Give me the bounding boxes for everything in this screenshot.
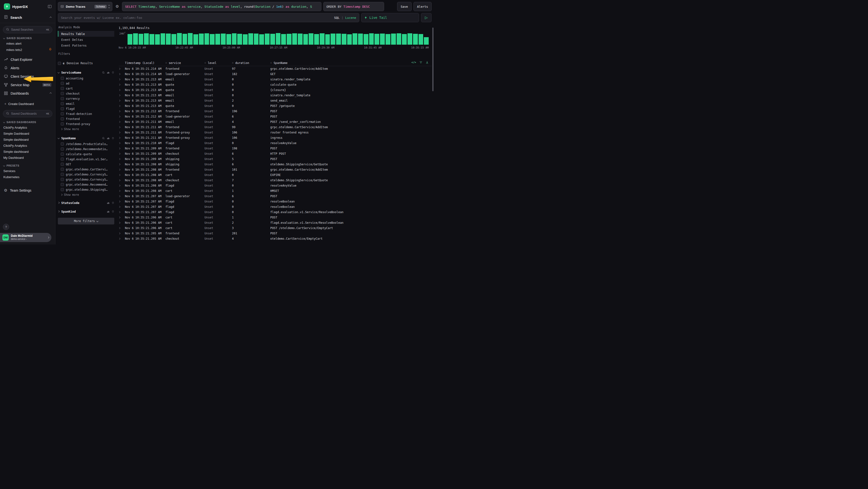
checkbox[interactable] [61,188,64,191]
table-row[interactable]: Nov 6 10:35:21.207 AM load-generator Uns… [119,194,432,199]
facet-value-row[interactable]: grpc.oteldemo.CartServi… [58,167,114,172]
checkbox[interactable] [61,117,64,120]
sidebar-dashboard-item[interactable]: Simple dashboard [0,149,55,155]
save-button[interactable]: Save [397,2,411,11]
checkbox[interactable] [61,87,64,90]
expand-row-icon[interactable] [118,68,120,70]
facet-spankind[interactable]: SpanKind [58,208,114,215]
histogram-bar[interactable] [144,33,149,45]
facet-value-row[interactable]: fraud-detection [58,111,114,116]
checkbox[interactable] [61,112,64,115]
facet-value-row[interactable]: flagd [58,106,114,111]
facet-value-row[interactable]: GET [58,162,114,167]
expand-row-icon[interactable] [118,169,120,171]
expand-row-icon[interactable] [118,206,120,208]
sidebar-item-chart-explorer[interactable]: Chart Explorer [0,55,55,64]
table-row[interactable]: Nov 6 10:35:21.210 AM flagd Unset 0 reso… [119,141,432,146]
histogram-bar[interactable] [150,34,154,45]
code-view-icon[interactable]: </> [411,61,416,64]
checkbox[interactable] [61,82,64,85]
checkbox[interactable] [61,152,64,156]
expand-row-icon[interactable] [118,222,120,224]
saved-searches-group-label[interactable]: SAVED SEARCHES [3,37,55,39]
saved-dashboards-field[interactable] [11,112,44,115]
language-lucene[interactable]: Lucene [345,16,356,20]
expand-row-icon[interactable] [118,84,120,86]
expand-row-icon[interactable] [118,132,120,134]
table-row[interactable]: Nov 6 10:35:21.214 AM load-generator Uns… [119,71,432,77]
expand-row-icon[interactable] [118,153,120,155]
table-row[interactable]: Nov 6 10:35:21.207 AM flagd Unset 0 flag… [119,209,432,215]
expand-row-icon[interactable] [118,94,120,96]
expand-row-icon[interactable] [118,158,120,160]
histogram-bar[interactable] [364,34,368,45]
table-row[interactable]: Nov 6 10:35:21.208 AM flagd Unset 0 reso… [119,183,432,188]
histogram-bar[interactable] [226,34,231,45]
sidebar-preset-item[interactable]: Kubernetes [0,174,55,180]
table-row[interactable]: Nov 6 10:35:21.206 AM cart Unset 1 POST [119,215,432,220]
facet-value-row[interactable]: /oteldemo.ProductCatalo… [58,141,114,146]
checkbox[interactable] [61,147,64,151]
histogram-bar[interactable] [413,34,418,45]
expand-row-icon[interactable] [118,147,120,149]
table-row[interactable]: Nov 6 10:35:21.209 AM frontend Unset 198… [119,146,432,151]
column-settings-icon[interactable] [419,61,423,64]
facet-value-row[interactable]: frontend [58,116,114,121]
histogram-bar[interactable] [215,34,220,45]
order-by-editor[interactable]: ORDER BY Timestamp DESC [323,2,384,11]
table-row[interactable]: Nov 6 10:35:21.208 AM shipping Unset 6 o… [119,162,432,167]
pin-icon[interactable] [112,71,114,74]
alerts-button[interactable]: Alerts [413,2,432,11]
table-row[interactable]: Nov 6 10:35:21.206 AM cart Unset 2 flagd… [119,220,432,225]
checkbox[interactable] [61,168,64,171]
scrollbar-thumb[interactable] [432,28,434,91]
histogram-bar[interactable] [309,33,313,45]
expand-row-icon[interactable] [118,238,120,240]
histogram-bar[interactable] [352,33,357,45]
expand-row-icon[interactable] [118,185,120,186]
sidebar-collapse-icon[interactable] [48,4,52,9]
table-row[interactable]: Nov 6 10:35:21.205 AM frontend Unset 201… [119,231,432,236]
create-dashboard-button[interactable]: + Create Dashboard [0,100,55,107]
expand-row-icon[interactable] [118,142,120,144]
table-row[interactable]: Nov 6 10:35:21.213 AM quote Unset 0 POST… [119,103,432,109]
event-search-box[interactable]: SQL | Lucene [58,13,359,22]
histogram-bar[interactable] [166,33,171,45]
sidebar-dashboard-item[interactable]: Simple dashboard [0,137,55,143]
saved-dashboards-input[interactable]: ⌘K [3,110,52,117]
bar-chart-icon[interactable] [107,210,110,213]
denoise-results-toggle[interactable]: ◐ Denoise Results [58,60,114,66]
play-button[interactable]: ▷ [421,13,432,22]
drag-handle-icon[interactable]: ∷ [232,61,234,64]
presets-group-label[interactable]: PRESETS [3,164,55,167]
table-row[interactable]: Nov 6 10:35:21.207 AM flagd Unset 0 reso… [119,199,432,204]
expand-row-icon[interactable] [118,190,120,192]
histogram-bar[interactable] [128,34,132,45]
facet-header[interactable]: ServiceName [58,69,114,76]
table-row[interactable]: Nov 6 10:35:21.213 AM quote Unset 0 {clo… [119,87,432,93]
download-icon[interactable] [426,61,429,64]
histogram-bar[interactable] [298,33,303,45]
facet-value-row[interactable]: calculate-quote [58,151,114,156]
expand-row-icon[interactable] [118,164,120,165]
histogram-bar[interactable] [193,34,198,45]
table-row[interactable]: Nov 6 10:35:21.206 AM cart Unset 3 POST … [119,225,432,231]
sidebar-dashboard-item[interactable]: ClickPy Analytics [0,124,55,131]
checkbox[interactable] [61,77,64,80]
histogram-bar[interactable] [232,33,237,45]
histogram-bar[interactable] [303,34,308,45]
histogram-bar[interactable] [336,33,341,45]
facet-value-row[interactable]: /oteldemo.Recommendatio… [58,146,114,151]
histogram-bar[interactable] [254,33,259,45]
histogram-bar[interactable] [331,33,335,45]
expand-row-icon[interactable] [118,79,120,80]
expand-row-icon[interactable] [118,110,120,112]
histogram-bar[interactable] [407,33,412,45]
table-row[interactable]: Nov 6 10:35:21.212 AM frontend Unset 196… [119,109,432,114]
histogram-bar[interactable] [205,33,209,45]
search-icon[interactable] [102,137,105,140]
histogram-bar[interactable] [369,33,374,45]
expand-row-icon[interactable] [118,227,120,229]
histogram-bar[interactable] [172,34,176,45]
histogram-bar[interactable] [138,34,144,45]
